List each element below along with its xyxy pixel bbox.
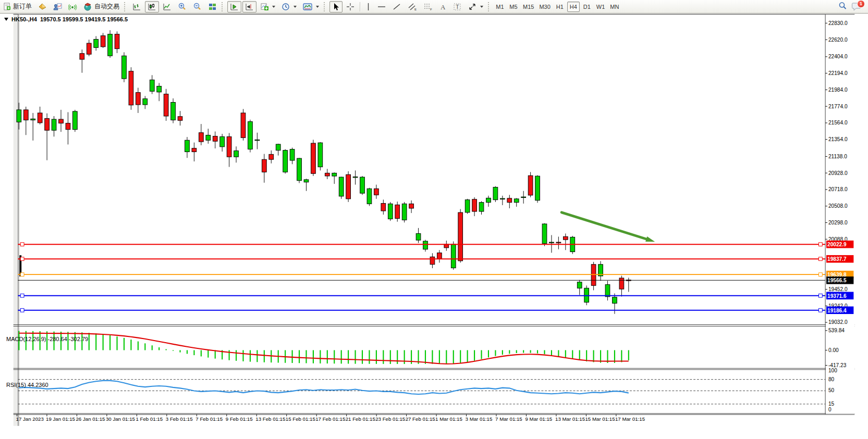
crosshair-tool-button[interactable] (344, 1, 358, 12)
candle-bear (262, 159, 266, 172)
timeframe-mn[interactable]: MN (608, 2, 621, 12)
new-order-label: 新订单 (13, 2, 32, 11)
accounts-button[interactable] (51, 1, 65, 12)
candle-bull (451, 244, 456, 268)
signals-button[interactable] (66, 1, 80, 12)
arrows-dropdown-caret[interactable] (480, 6, 483, 8)
auto-scroll-button[interactable] (227, 1, 241, 12)
price-axis-tick-label: 21354.0 (828, 136, 848, 142)
date-axis-label: 13 Mar 01:15 (555, 416, 585, 422)
line-handle[interactable] (20, 243, 24, 246)
price-line-label: 19186.4 (827, 308, 847, 313)
candle-bull (549, 242, 554, 243)
line-chart-button[interactable] (160, 1, 174, 12)
line-handle[interactable] (819, 243, 823, 246)
candle-bull (416, 233, 421, 240)
macd-axis-label: 0.00 (828, 347, 839, 353)
rsi-axis-label: 80 (828, 377, 835, 382)
label-tool-button[interactable]: T (450, 1, 464, 12)
candle-bear (136, 93, 140, 105)
toolbar-grip[interactable] (222, 2, 225, 11)
timeframe-bar: M1M5M15M30H1H4D1W1MN (493, 2, 621, 12)
line-handle[interactable] (819, 257, 823, 261)
price-axis-tick-label: 21138.0 (828, 154, 847, 159)
candle-bull (73, 111, 78, 130)
templates-dropdown-caret[interactable] (316, 6, 319, 8)
chart-ohlc-values: 19570.5 19599.5 19419.5 19566.5 (40, 16, 128, 22)
line-handle[interactable] (20, 308, 24, 312)
date-axis-label: 15 Feb 01:15 (286, 416, 315, 422)
candlestick-chart-button[interactable] (145, 1, 159, 12)
timeframe-m1[interactable]: M1 (494, 2, 506, 12)
toolbar-grip[interactable] (488, 2, 492, 11)
candle-bear (430, 257, 435, 265)
periods-button[interactable] (279, 1, 299, 12)
date-axis-label: 23 Feb 01:15 (375, 416, 405, 422)
rsi-axis-label: 50 (828, 387, 835, 393)
tile-windows-icon (208, 3, 217, 11)
toolbar-grip[interactable] (324, 2, 327, 11)
svg-text:E: E (414, 8, 417, 11)
text-tool-button[interactable]: A (436, 1, 449, 12)
candle-bull (108, 34, 113, 56)
candle-bear (374, 189, 379, 195)
arrows-tool-button[interactable] (466, 1, 486, 12)
notifications-button[interactable]: 1 (851, 2, 863, 12)
line-handle[interactable] (20, 294, 24, 297)
candle-bull (31, 119, 35, 120)
candle-bull (206, 135, 211, 141)
cursor-icon (332, 3, 340, 11)
candle-bear (192, 148, 197, 152)
candle-bear (45, 119, 50, 131)
periods-dropdown-caret[interactable] (294, 6, 297, 8)
line-handle[interactable] (819, 273, 823, 277)
timeframe-h1[interactable]: H1 (554, 2, 566, 12)
timeframe-m15[interactable]: M15 (521, 2, 536, 12)
candle-bull (535, 176, 540, 200)
indicators-dropdown-caret[interactable] (272, 6, 275, 8)
date-axis-label: 30 Jan 01:15 (106, 416, 135, 422)
market-depth-button[interactable] (35, 1, 50, 12)
search-icon[interactable] (838, 1, 847, 12)
price-chart[interactable]: 22830.022620.022404.022194.021984.021774… (0, 14, 868, 439)
candle-bear (409, 204, 414, 208)
equidistant-channel-tool-button[interactable]: E (405, 1, 420, 12)
autotrading-button[interactable]: 自动交易 (81, 1, 122, 12)
new-order-button[interactable]: 新订单 (1, 1, 34, 12)
date-axis-label: 7 Mar 01:15 (495, 416, 522, 422)
chart-shift-button[interactable] (242, 1, 256, 12)
timeframe-m5[interactable]: M5 (507, 2, 520, 12)
price-axis-tick-label: 20718.0 (828, 186, 848, 192)
indicators-button[interactable] (258, 1, 278, 12)
cursor-tool-button[interactable] (329, 1, 343, 12)
horizontal-line-tool-button[interactable] (375, 1, 389, 12)
candle-bear (129, 71, 133, 105)
trendline-tool-button[interactable] (390, 1, 404, 12)
date-axis-label: 27 Feb 01:15 (406, 416, 435, 422)
svg-text:F: F (430, 8, 432, 11)
toolbar-grip[interactable] (124, 2, 128, 11)
line-handle[interactable] (819, 294, 823, 297)
candle-bear (178, 117, 182, 121)
candle-bear (458, 212, 463, 261)
timeframe-m30[interactable]: M30 (537, 2, 552, 12)
tile-windows-button[interactable] (205, 1, 219, 12)
line-handle[interactable] (819, 308, 823, 312)
vertical-line-tool-button[interactable] (363, 1, 374, 12)
bar-chart-button[interactable] (130, 1, 144, 12)
fibonacci-tool-button[interactable]: F (421, 1, 435, 12)
timeframe-w1[interactable]: W1 (594, 2, 607, 12)
zoom-out-button[interactable] (190, 1, 204, 12)
candle-bull (500, 198, 505, 199)
zoom-in-button[interactable] (175, 1, 189, 12)
templates-button[interactable] (300, 1, 322, 12)
collapse-triangle-icon[interactable] (4, 18, 8, 21)
candle-bear (528, 175, 533, 195)
line-handle[interactable] (20, 257, 24, 261)
chart-window[interactable]: 22830.022620.022404.022194.021984.021774… (0, 14, 868, 439)
timeframe-d1[interactable]: D1 (581, 2, 593, 12)
line-handle[interactable] (20, 273, 24, 277)
price-axis-tick-label: 20298.0 (828, 220, 848, 225)
timeframe-h4[interactable]: H4 (567, 2, 580, 12)
price-line-label: 19371.6 (827, 293, 847, 299)
